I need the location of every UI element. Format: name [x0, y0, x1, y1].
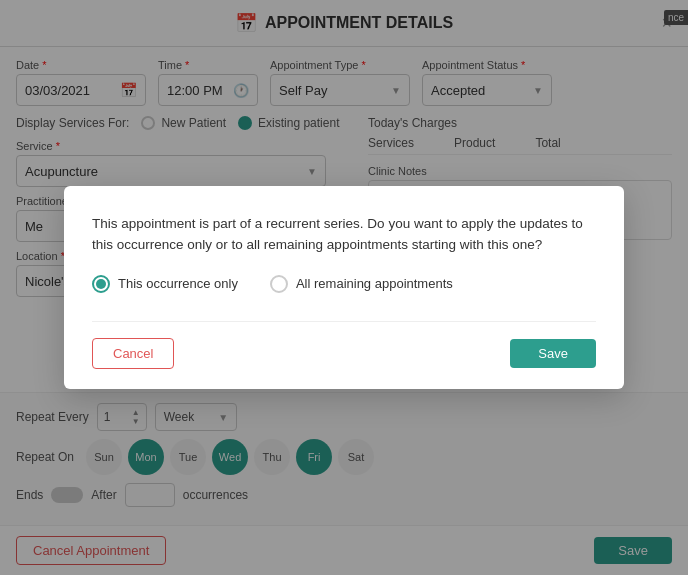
dialog-cancel-button[interactable]: Cancel — [92, 338, 174, 369]
dialog-overlay: This appointment is part of a recurrent … — [0, 0, 688, 575]
option2-label: All remaining appointments — [296, 276, 453, 291]
option1-radio-outer[interactable] — [92, 275, 110, 293]
recurrence-dialog: This appointment is part of a recurrent … — [64, 186, 624, 389]
dialog-message: This appointment is part of a recurrent … — [92, 214, 596, 255]
dialog-footer: Cancel Save — [92, 321, 596, 369]
dialog-save-button[interactable]: Save — [510, 339, 596, 368]
dialog-options: This occurrence only All remaining appoi… — [92, 275, 596, 293]
option-all-remaining[interactable]: All remaining appointments — [270, 275, 453, 293]
option1-radio-inner — [96, 279, 106, 289]
option1-label: This occurrence only — [118, 276, 238, 291]
option2-radio-outer[interactable] — [270, 275, 288, 293]
option-this-occurrence[interactable]: This occurrence only — [92, 275, 238, 293]
